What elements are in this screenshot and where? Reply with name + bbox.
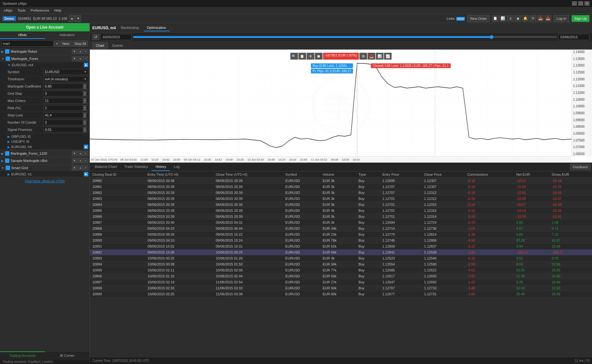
table-row[interactable]: 10890 09/06/2015 04:10 09/06/2015 15:24 …: [90, 238, 592, 244]
toolbar-icon-4[interactable]: ⏹: [515, 15, 521, 22]
menu-preferences[interactable]: Preferences: [28, 8, 52, 13]
col-header-commissions[interactable]: Commissions: [465, 171, 514, 178]
toolbar-icon-7[interactable]: 📥: [537, 15, 544, 22]
sub-bot-run-button[interactable]: ▶: [84, 63, 88, 67]
live-account-bar[interactable]: Open a Live Account: [0, 23, 90, 31]
table-row[interactable]: 10893 10/06/2015 00:25 10/06/2015 01:26 …: [90, 255, 592, 261]
table-row[interactable]: 10886 08/06/2015 20:39 08/06/2015 20:39 …: [90, 214, 592, 220]
tab-trading-accounts[interactable]: Trading Accounts: [0, 351, 45, 359]
table-row[interactable]: 10898 10/06/2015 02:33 11/06/2015 03:33 …: [90, 285, 592, 291]
tab-optimization[interactable]: Optimization: [144, 24, 169, 31]
menu-tools[interactable]: Tools: [15, 8, 28, 13]
tab-events[interactable]: Events: [109, 42, 127, 49]
col-header-symbol[interactable]: Symbol: [283, 171, 320, 178]
table-row[interactable]: 10887 08/06/2015 20:40 09/06/2015 04:31 …: [90, 220, 592, 226]
bot-group-header-martingale-forex[interactable]: ▼ Martingale_Forex ▼ ◂ +: [0, 55, 90, 62]
nav-down-button[interactable]: ▼: [75, 15, 81, 22]
menu-help[interactable]: Help: [52, 8, 64, 13]
col-header-gross[interactable]: Gross EUR: [549, 171, 592, 178]
param-timeframe-value[interactable]: m4 (4 minutes) ▼: [43, 76, 88, 82]
bot-settings-button[interactable]: ▼: [72, 49, 77, 54]
search-clear-button[interactable]: ✕: [54, 40, 60, 47]
col-header-close-time[interactable]: Close Time (UTC+0): [213, 171, 283, 178]
param-num-candles-value[interactable]: 2 ▲ ▼: [43, 120, 88, 125]
tab-cbots[interactable]: cBots: [0, 31, 45, 39]
spin-down[interactable]: ▼: [83, 115, 87, 118]
sub-bot-header-eurusd-m4[interactable]: ▼ EURUSD, m4 ▶: [0, 62, 90, 68]
table-row[interactable]: 10895 10/06/2015 01:11 10/06/2015 02:08 …: [90, 267, 592, 273]
bot-group-header-martingale-robot[interactable]: ▶ Martingale Robot ▼ ◂ +: [0, 48, 90, 55]
tab-balance-chart[interactable]: Balance Chart: [91, 163, 121, 171]
date-slider[interactable]: [133, 36, 557, 38]
bot-settings-button[interactable]: ▼: [72, 56, 77, 61]
col-header-entry-price[interactable]: Entry Price: [380, 171, 421, 178]
table-row[interactable]: 10882 08/06/2015 20:39 08/06/2015 20:39 …: [90, 190, 592, 196]
login-button[interactable]: Log In: [554, 15, 569, 22]
bot-info-button[interactable]: ◂: [78, 158, 83, 163]
sub-bot-gbpusd-t5[interactable]: ▶ GBPUSD, t5: [0, 134, 90, 139]
spin-up[interactable]: ▲: [83, 91, 87, 94]
trade-tool-button-2[interactable]: 📋: [298, 53, 306, 60]
bot-group-header-smart-grid[interactable]: ▼ Smart Grid ▼ ◂ +: [0, 164, 90, 171]
tab-indicators[interactable]: Indicators: [45, 31, 90, 39]
sub-bot-eurusd-h4[interactable]: ▶ EURUSD, h4 ▶: [0, 144, 90, 150]
table-row[interactable]: 10889 09/06/2015 09:26 09/06/2015 15:22 …: [90, 232, 592, 238]
trade-tool-button-4[interactable]: ⏹: [315, 53, 322, 60]
toolbar-icon-3[interactable]: ⏸: [507, 15, 513, 22]
toolbar-icon-2[interactable]: 📊: [500, 15, 506, 22]
date-slider-thumb[interactable]: [490, 35, 493, 39]
bot-group-header-martingale-forex-1320[interactable]: ▶ Martingale_Forex_1320 ▼ ◂ +: [0, 150, 90, 157]
feedback-button[interactable]: Feedback: [570, 164, 591, 170]
trade-tool-button-8[interactable]: 📈: [384, 53, 392, 60]
bot-settings-button[interactable]: ▼: [72, 151, 77, 156]
toolbar-icon-5[interactable]: 🔔: [522, 15, 529, 22]
sub-bot-run-button[interactable]: ▶: [84, 172, 88, 176]
param-martingale-coeff-value[interactable]: 0.85 ▲ ▼: [43, 83, 88, 89]
search-new-button[interactable]: New: [60, 40, 72, 47]
table-row[interactable]: 10892 09/06/2015 15:08 10/06/2015 00:25 …: [90, 249, 592, 255]
date-end-input[interactable]: [558, 34, 589, 40]
tab-backtesting[interactable]: Backtesting: [118, 24, 142, 31]
sub-bot-usdjpy-t5[interactable]: ▶ USDJPY, t5: [0, 139, 90, 144]
sub-bot-eurusd-h1[interactable]: ▶ EURUSD, h1 ▶: [0, 171, 90, 177]
search-stop-button[interactable]: Stop All: [72, 40, 88, 47]
bot-add-button[interactable]: +: [83, 56, 88, 61]
spin-up[interactable]: ▲: [83, 127, 87, 130]
signup-button[interactable]: Sign Up: [572, 15, 589, 22]
tab-trade-statistics[interactable]: Trade Statistics: [121, 163, 152, 171]
bot-info-button[interactable]: ◂: [78, 49, 83, 54]
col-header-type[interactable]: Type: [356, 171, 380, 178]
table-row[interactable]: 10885 08/06/2015 20:39 08/06/2015 20:39 …: [90, 208, 592, 214]
tab-history[interactable]: History: [152, 163, 170, 171]
new-order-button[interactable]: New Order: [467, 15, 490, 22]
bot-add-button[interactable]: +: [83, 165, 88, 170]
bot-info-button[interactable]: ◂: [78, 165, 83, 170]
trade-tool-button-3[interactable]: ⏸: [307, 53, 314, 60]
table-row[interactable]: 10899 10/06/2015 02:25 11/06/2015 03:38 …: [90, 291, 592, 297]
spin-up[interactable]: ▲: [83, 105, 87, 108]
trade-tool-button-1[interactable]: 🔍: [290, 53, 298, 60]
spin-down[interactable]: ▼: [83, 122, 87, 125]
spin-up[interactable]: ▲: [83, 113, 87, 115]
table-row[interactable]: 10896 10/06/2015 01:32 10/06/2015 02:44 …: [90, 273, 592, 279]
toolbar-icon-8[interactable]: 📤: [545, 15, 551, 22]
spin-up[interactable]: ▲: [83, 84, 87, 86]
bot-group-header-sample-martingale[interactable]: ▶ Sample Martingale cBot ▼ ◂ +: [0, 157, 90, 164]
table-row[interactable]: 10884 08/06/2015 20:39 08/06/2015 20:39 …: [90, 202, 592, 208]
trade-tool-button-5[interactable]: ⚙: [360, 53, 367, 60]
find-more-link[interactable]: Find more cBots on cTDN: [0, 177, 90, 185]
sub-bot-run-button[interactable]: ▶: [84, 145, 88, 149]
param-grid-step-value[interactable]: 3 ▲ ▼: [43, 91, 88, 96]
table-row[interactable]: 10891 09/06/2015 15:01 09/06/2015 15:31 …: [90, 244, 592, 249]
spin-up[interactable]: ▲: [83, 120, 87, 122]
spin-down[interactable]: ▼: [83, 101, 87, 103]
tab-log[interactable]: Log: [170, 163, 183, 171]
date-refresh-button[interactable]: ↺: [92, 34, 99, 40]
toolbar-icon-6[interactable]: ⚙: [530, 15, 536, 22]
param-risk-value[interactable]: 2 ▲ ▼: [43, 105, 88, 111]
table-row[interactable]: 10888 09/06/2015 04:10 09/06/2015 06:44 …: [90, 226, 592, 232]
table-row[interactable]: 10883 08/06/2015 20:39 08/06/2015 20:39 …: [90, 196, 592, 202]
bot-add-button[interactable]: +: [83, 49, 88, 54]
maximize-button[interactable]: □: [578, 1, 583, 6]
links-button[interactable]: Links NEW: [447, 17, 465, 20]
